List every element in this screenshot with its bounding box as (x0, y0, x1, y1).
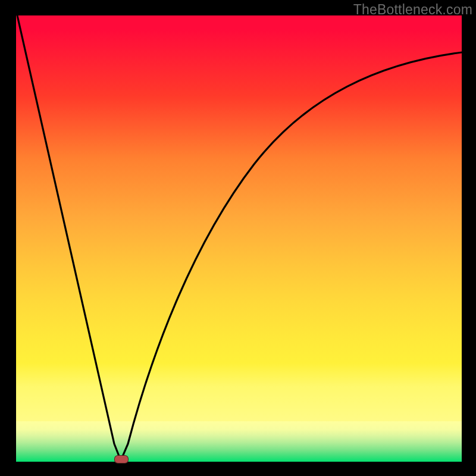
chart-frame: TheBottleneck.com (0, 0, 476, 476)
curve-path (17, 15, 462, 461)
bottleneck-curve (16, 15, 462, 462)
optimum-marker (114, 455, 129, 464)
plot-area (16, 15, 462, 462)
